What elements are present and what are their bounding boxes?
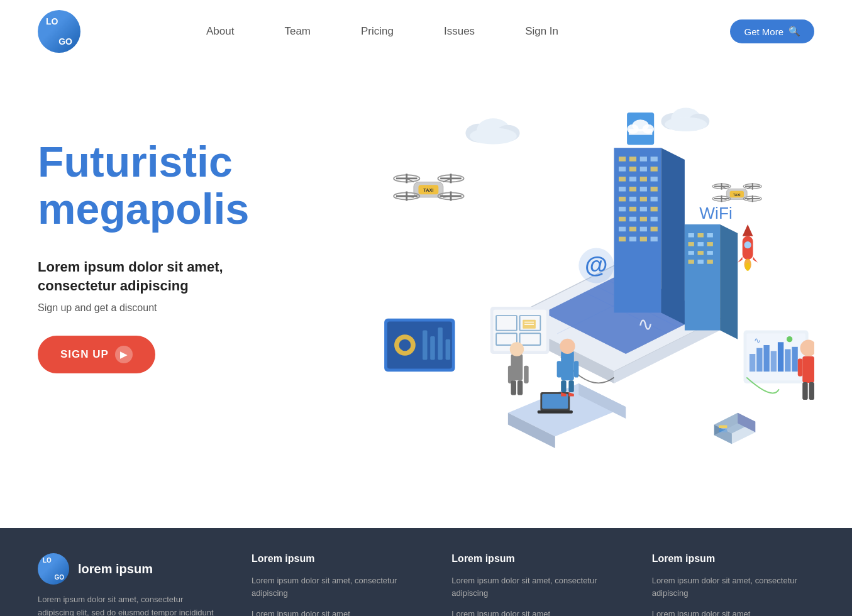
get-more-label: Get More: [744, 26, 783, 37]
hero-title: Futuristic megapolis: [38, 138, 302, 233]
svg-rect-90: [629, 237, 636, 241]
svg-rect-146: [778, 342, 783, 371]
svg-rect-70: [629, 187, 636, 191]
footer: lorem ipsum Lorem ipsum dolor sit amet, …: [0, 528, 852, 616]
logo-icon: [38, 10, 80, 53]
svg-rect-81: [619, 217, 626, 221]
svg-point-126: [399, 339, 411, 351]
svg-rect-60: [651, 157, 658, 161]
svg-point-3: [470, 128, 517, 144]
nav-about[interactable]: About: [206, 25, 234, 38]
svg-rect-108: [707, 251, 713, 255]
svg-rect-59: [640, 157, 647, 161]
svg-rect-61: [619, 167, 626, 171]
svg-rect-168: [568, 380, 573, 392]
svg-rect-80: [651, 207, 658, 211]
nav-issues[interactable]: Issues: [444, 25, 475, 38]
svg-rect-161: [511, 380, 516, 395]
hero-description: Sign up and get a discount: [38, 302, 302, 314]
svg-rect-162: [517, 380, 523, 395]
svg-rect-82: [629, 217, 636, 221]
svg-rect-160: [524, 366, 528, 383]
footer-brand: lorem ipsum Lorem ipsum dolor sit amet, …: [38, 553, 214, 616]
svg-marker-99: [720, 224, 738, 339]
footer-body-text: Lorem ipsum dolor sit amet, consectetur …: [38, 593, 214, 616]
svg-rect-67: [640, 177, 647, 181]
svg-rect-176: [809, 382, 814, 400]
svg-rect-78: [629, 207, 636, 211]
get-more-button[interactable]: Get More 🔍: [730, 19, 814, 43]
svg-rect-77: [619, 207, 626, 211]
svg-rect-105: [707, 242, 713, 246]
svg-rect-97: [629, 129, 652, 135]
svg-rect-167: [561, 380, 566, 392]
svg-rect-98: [685, 224, 720, 331]
drone-left: TAXI: [394, 173, 463, 201]
footer-logo-row: lorem ipsum: [38, 553, 214, 585]
svg-rect-92: [651, 237, 658, 241]
svg-rect-110: [698, 260, 704, 264]
svg-rect-73: [619, 197, 626, 201]
svg-point-158: [510, 342, 524, 356]
svg-rect-89: [619, 237, 626, 241]
footer-col-1-item-2: Lorem ipsum dolor sit amet: [252, 608, 414, 616]
svg-point-120: [744, 241, 751, 248]
header-actions: Get More 🔍: [730, 19, 814, 43]
svg-rect-87: [640, 227, 647, 231]
city-illustration: TAXI: [302, 75, 814, 503]
svg-point-150: [787, 336, 792, 342]
nav-team[interactable]: Team: [284, 25, 311, 38]
svg-rect-145: [771, 351, 777, 371]
svg-rect-84: [651, 217, 658, 221]
nav-signin[interactable]: Sign In: [525, 25, 558, 38]
footer-col-2-title: Lorem ipsum: [451, 553, 614, 564]
signup-button[interactable]: SIGN UP ▶: [38, 336, 155, 373]
svg-rect-69: [619, 187, 626, 191]
logo[interactable]: [38, 10, 80, 53]
svg-rect-106: [689, 251, 694, 255]
svg-rect-100: [689, 233, 694, 238]
svg-rect-107: [698, 251, 704, 255]
footer-col-3-item-2: Lorem ipsum dolor sit amet: [652, 608, 814, 616]
svg-text:TAXI: TAXI: [733, 193, 741, 197]
svg-marker-56: [661, 148, 684, 324]
svg-text:TAXI: TAXI: [423, 187, 434, 193]
svg-rect-180: [719, 425, 727, 428]
svg-rect-64: [651, 167, 658, 171]
svg-rect-62: [629, 167, 636, 171]
svg-rect-144: [763, 345, 769, 371]
svg-rect-57: [619, 157, 626, 161]
svg-text:∿: ∿: [754, 336, 761, 345]
svg-rect-148: [792, 347, 797, 371]
svg-rect-88: [651, 227, 658, 231]
signup-label: SIGN UP: [60, 348, 109, 361]
footer-logo-text: lorem ipsum: [78, 562, 153, 576]
svg-rect-85: [619, 227, 626, 231]
svg-rect-163: [561, 351, 574, 380]
nav-pricing[interactable]: Pricing: [361, 25, 394, 38]
svg-rect-104: [698, 242, 704, 246]
svg-rect-68: [651, 177, 658, 181]
svg-rect-172: [802, 356, 814, 383]
svg-marker-119: [753, 256, 758, 262]
svg-rect-128: [430, 336, 434, 360]
svg-rect-65: [619, 177, 626, 181]
svg-rect-76: [651, 197, 658, 201]
hero-content: Futuristic megapolis Lorem ipsum dolor s…: [38, 75, 302, 373]
svg-rect-91: [640, 237, 647, 241]
arrow-icon: ▶: [115, 346, 133, 363]
svg-text:∿: ∿: [638, 314, 653, 334]
footer-col-2-item-2: Lorem ipsum dolor sit amet: [451, 608, 614, 616]
hero-section: Futuristic megapolis Lorem ipsum dolor s…: [0, 63, 852, 528]
svg-rect-175: [802, 382, 807, 400]
svg-rect-72: [651, 187, 658, 191]
svg-point-164: [560, 339, 575, 354]
svg-rect-142: [750, 354, 755, 371]
svg-marker-117: [743, 224, 753, 236]
svg-rect-63: [640, 167, 647, 171]
svg-point-122: [745, 263, 750, 271]
footer-col-3-title: Lorem ipsum: [652, 553, 814, 564]
footer-col-3: Lorem ipsum Lorem ipsum dolor sit amet, …: [652, 553, 814, 616]
svg-point-7: [665, 117, 707, 131]
svg-rect-111: [707, 260, 713, 264]
